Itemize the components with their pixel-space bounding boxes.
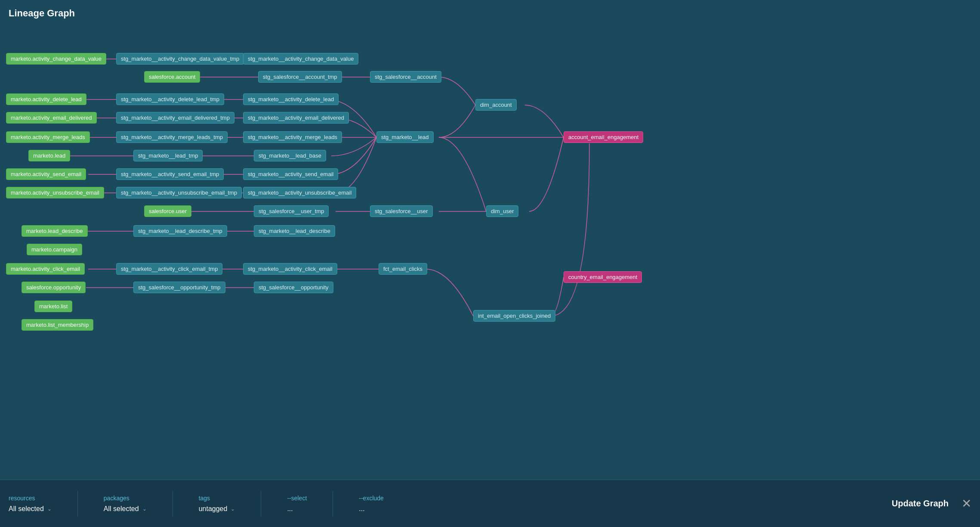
node-salesforce-user[interactable]: salesforce.user [144, 205, 191, 217]
exclude-value: ... [359, 505, 364, 513]
divider-2 [173, 491, 173, 517]
packages-label: packages [104, 495, 147, 502]
node-salesforce-opportunity[interactable]: salesforce.opportunity [22, 282, 86, 293]
resources-filter: resources All selected ⌄ [9, 495, 52, 513]
node-stg-marketo-activity-change-data-value[interactable]: stg_marketo__activity_change_data_value [243, 53, 358, 65]
node-stg-salesforce-user[interactable]: stg_salesforce__user [370, 205, 433, 217]
packages-value: All selected [104, 505, 139, 513]
exclude-label: --exclude [359, 495, 384, 502]
node-stg-salesforce-opportunity[interactable]: stg_salesforce__opportunity [254, 282, 333, 293]
node-stg-marketo-activity-click-email-tmp[interactable]: stg_marketo__activity_click_email_tmp [116, 263, 222, 275]
node-stg-salesforce-user-tmp[interactable]: stg_salesforce__user_tmp [254, 205, 329, 217]
node-stg-marketo-lead-describe-tmp[interactable]: stg_marketo__lead_describe_tmp [133, 225, 227, 237]
bottom-bar: resources All selected ⌄ packages All se… [0, 480, 980, 527]
packages-select[interactable]: All selected ⌄ [104, 505, 147, 513]
select-filter: --select ... [287, 495, 307, 513]
node-stg-marketo-lead-tmp[interactable]: stg_marketo__lead_tmp [133, 150, 203, 161]
node-country-email-engagement[interactable]: country_email_engagement [564, 271, 642, 283]
node-marketo-list[interactable]: marketo.list [34, 301, 72, 312]
node-stg-marketo-activity-merge-leads-tmp[interactable]: stg_marketo__activity_merge_leads_tmp [116, 131, 228, 143]
node-stg-marketo-activity-send-email[interactable]: stg_marketo__activity_send_email [243, 168, 338, 180]
node-stg-marketo-activity-send-email-tmp[interactable]: stg_marketo__activity_send_email_tmp [116, 168, 224, 180]
node-stg-marketo-activity-unsubscribe-email-tmp[interactable]: stg_marketo__activity_unsubscribe_email_… [116, 187, 242, 198]
resources-select[interactable]: All selected ⌄ [9, 505, 52, 513]
node-account-email-engagement[interactable]: account_email_engagement [564, 131, 643, 143]
packages-filter: packages All selected ⌄ [104, 495, 147, 513]
exclude-select[interactable]: ... [359, 505, 384, 513]
node-stg-marketo-activity-change-data-value-tmp[interactable]: stg_marketo__activity_change_data_value_… [116, 53, 244, 65]
node-stg-marketo-activity-delete-lead[interactable]: stg_marketo__activity_delete_lead [243, 93, 339, 105]
node-fct-email-clicks[interactable]: fct_email_clicks [379, 263, 427, 275]
node-marketo-activity-delete-lead[interactable]: marketo.activity_delete_lead [6, 93, 86, 105]
node-marketo-lead[interactable]: marketo.lead [28, 150, 70, 161]
tags-value: untagged [199, 505, 228, 513]
select-label: --select [287, 495, 307, 502]
divider-1 [77, 491, 78, 517]
update-graph-button[interactable]: Update Graph [892, 499, 949, 508]
node-marketo-activity-send-email[interactable]: marketo.activity_send_email [6, 168, 86, 180]
node-stg-marketo-lead-base[interactable]: stg_marketo__lead_base [254, 150, 326, 161]
divider-4 [333, 491, 333, 517]
node-marketo-activity-change-data-value[interactable]: marketo.activity_change_data_value [6, 53, 106, 65]
graph-edges [0, 24, 980, 480]
page-title: Lineage Graph [9, 8, 75, 19]
divider-3 [261, 491, 261, 517]
resources-chevron-icon: ⌄ [47, 506, 52, 512]
node-marketo-activity-click-email[interactable]: marketo.activity_click_email [6, 263, 85, 275]
exclude-filter: --exclude ... [359, 495, 384, 513]
node-marketo-activity-unsubscribe-email[interactable]: marketo.activity_unsubscribe_email [6, 187, 104, 198]
node-marketo-lead-describe[interactable]: marketo.lead_describe [22, 225, 88, 237]
tags-filter: tags untagged ⌄ [199, 495, 235, 513]
node-marketo-activity-merge-leads[interactable]: marketo.activity_merge_leads [6, 131, 90, 143]
select-value: ... [287, 505, 293, 513]
tags-select[interactable]: untagged ⌄ [199, 505, 235, 513]
node-stg-marketo-activity-merge-leads[interactable]: stg_marketo__activity_merge_leads [243, 131, 342, 143]
node-stg-marketo-activity-click-email[interactable]: stg_marketo__activity_click_email [243, 263, 337, 275]
packages-chevron-icon: ⌄ [142, 506, 147, 512]
close-button[interactable]: ✕ [962, 496, 971, 511]
node-stg-salesforce-opportunity-tmp[interactable]: stg_salesforce__opportunity_tmp [133, 282, 225, 293]
node-int-email-open-clicks-joined[interactable]: int_email_open_clicks_joined [473, 310, 555, 322]
node-stg-marketo-lead[interactable]: stg_marketo__lead [376, 131, 434, 143]
tags-label: tags [199, 495, 235, 502]
node-marketo-list-membership[interactable]: marketo.list_membership [22, 319, 93, 331]
node-dim-account[interactable]: dim_account [475, 99, 517, 111]
node-marketo-activity-email-delivered[interactable]: marketo.activity_email_delivered [6, 112, 97, 124]
resources-label: resources [9, 495, 52, 502]
select-select[interactable]: ... [287, 505, 307, 513]
node-stg-marketo-activity-email-delivered-tmp[interactable]: stg_marketo__activity_email_delivered_tm… [116, 112, 234, 124]
node-stg-marketo-activity-unsubscribe-email[interactable]: stg_marketo__activity_unsubscribe_email [243, 187, 356, 198]
node-stg-salesforce-account[interactable]: stg_salesforce__account [370, 71, 441, 83]
node-stg-marketo-lead-describe[interactable]: stg_marketo__lead_describe [254, 225, 335, 237]
node-marketo-campaign[interactable]: marketo.campaign [27, 244, 82, 255]
graph-area: marketo.activity_change_data_value sales… [0, 24, 980, 480]
resources-value: All selected [9, 505, 44, 513]
node-dim-user[interactable]: dim_user [486, 205, 518, 217]
node-salesforce-account[interactable]: salesforce.account [144, 71, 200, 83]
node-stg-marketo-activity-email-delivered[interactable]: stg_marketo__activity_email_delivered [243, 112, 349, 124]
node-stg-salesforce-account-tmp[interactable]: stg_salesforce__account_tmp [258, 71, 342, 83]
tags-chevron-icon: ⌄ [231, 506, 235, 512]
node-stg-marketo-activity-delete-lead-tmp[interactable]: stg_marketo__activity_delete_lead_tmp [116, 93, 224, 105]
